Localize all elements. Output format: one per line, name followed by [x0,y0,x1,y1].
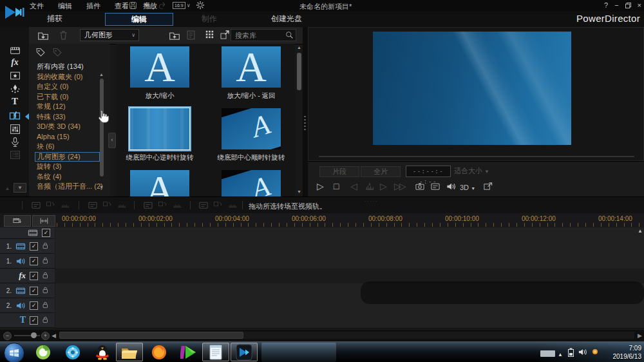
track-lock-icon[interactable] [42,301,50,310]
remove-tag-icon[interactable] [52,47,62,57]
category-item-4[interactable]: 常规 (12) [29,102,105,112]
transition-thumbnail-2[interactable] [130,108,189,149]
track-manager-button[interactable] [4,215,31,227]
notification-icon[interactable] [591,348,599,356]
stop-button[interactable]: □ [334,180,339,192]
tracks-scroll-up-icon[interactable]: ▲ [638,228,643,234]
timecode-display[interactable]: --:--:--:-- [406,166,451,177]
3d-button[interactable]: 3D ▼ [460,182,475,195]
zoom-slider-knob[interactable] [31,332,37,338]
taskbar-app-notepad[interactable] [202,343,229,361]
track-lock-icon[interactable] [42,271,50,280]
tab-edit[interactable]: 编辑 [105,13,173,26]
taskbar-app-video-player[interactable] [175,343,202,361]
close-button[interactable]: × [638,1,641,9]
fit-size-dropdown[interactable]: 适合大小 ▼ [454,166,489,176]
track-lock-icon[interactable] [42,256,50,265]
taskbar-app-file-explorer[interactable] [116,343,143,361]
redo-icon[interactable] [158,1,167,10]
undo-icon[interactable] [143,1,152,10]
snapshot-button[interactable] [415,180,425,191]
scroll-down-icon[interactable]: ▼ [297,189,301,194]
grid-view-icon[interactable] [205,30,214,39]
transition-thumbnail-0[interactable]: A [130,46,189,88]
category-item-11[interactable]: 条纹 (4) [29,172,105,182]
track-enable-checkbox[interactable]: ✓ [30,272,38,280]
scrollbar-thumb[interactable] [100,79,104,176]
track-content-6[interactable] [55,313,644,329]
tray-expand-icon[interactable]: ▲ [558,352,563,357]
grid-scrollbar[interactable]: ▲ ▼ [296,45,302,195]
undock-preview-button[interactable] [483,180,493,191]
track-lock-icon[interactable] [42,242,50,251]
scroll-left-icon[interactable]: ◀ [52,332,56,339]
transition-thumbnail-4[interactable]: A [130,170,189,196]
delete-icon[interactable] [58,30,69,41]
add-tag-icon[interactable] [35,47,46,57]
category-item-7[interactable]: Alpha (15) [29,132,105,142]
restore-button[interactable] [625,3,631,8]
category-item-9[interactable]: 几何图形 (24) [35,152,100,162]
taskbar-app-media-player[interactable] [59,343,86,361]
category-item-12[interactable]: 音频（适用于音... (2) [29,182,105,192]
menu-item-3[interactable]: 查看 [115,1,129,11]
track-enable-checkbox[interactable]: ✓ [30,287,38,295]
track-content-0[interactable] [55,227,644,240]
track-content-1[interactable] [55,239,644,254]
transition-tool-group-3[interactable] [143,200,183,210]
movie-mode-button[interactable]: 全片 [361,166,401,177]
sidebar-media-room-icon[interactable] [8,44,21,55]
taskbar-app-firefox[interactable] [146,343,173,361]
play-button[interactable]: ▷ [317,180,324,192]
mute-button[interactable] [446,180,457,191]
hscroll-track[interactable] [59,332,634,339]
taskbar-app-powerdirector[interactable] [231,343,258,361]
fit-timeline-button[interactable] [32,215,55,227]
tab-create-disc[interactable]: 创建光盘 [254,13,319,24]
transition-thumbnail-3[interactable]: A [222,108,281,149]
vertical-splitter[interactable] [303,27,308,196]
room-scroll-down-button[interactable]: ▼ [14,183,26,193]
menu-item-2[interactable]: 插件 [86,1,100,11]
menu-item-0[interactable]: 文件 [30,1,44,11]
taskbar-app-qq[interactable] [89,343,116,361]
scroll-down-icon[interactable]: ▼ [99,185,104,189]
scrollbar-thumb[interactable] [297,53,301,90]
search-icon[interactable] [285,31,294,39]
transition-thumbnail-1[interactable]: A [222,46,281,88]
taskbar-app-browser-360[interactable] [30,343,57,361]
preview-video-frame[interactable] [373,32,571,145]
category-item-2[interactable]: 自定义 (0) [29,82,105,92]
sidebar-particle-room-icon[interactable] [8,82,21,94]
track-content-2[interactable] [55,254,644,269]
track-lock-icon[interactable] [42,316,50,325]
start-button[interactable] [4,343,24,362]
preview-quality-button[interactable] [430,180,440,191]
new-folder-icon[interactable] [169,30,180,41]
category-item-10[interactable]: 旋转 (3) [29,162,105,172]
fast-forward-button[interactable]: ▷▷ [394,180,404,192]
category-item-6[interactable]: 3D/类 3D (34) [29,122,105,132]
taskbar-clock[interactable]: 7:09 2019/6/13 [613,344,642,361]
settings-gear-icon[interactable] [196,1,205,10]
volume-tray-icon[interactable] [578,348,587,356]
menu-item-1[interactable]: 编辑 [58,1,72,11]
room-scroll-up-button[interactable]: ▲ [3,184,12,193]
category-item-3[interactable]: 已下载 (0) [29,92,105,102]
sidebar-voiceover-room-icon[interactable] [8,136,21,148]
category-filter-dropdown[interactable]: 几何图形 ∨ [80,29,139,41]
transition-tool-group-1[interactable] [31,200,71,210]
aspect-ratio-dropdown[interactable]: 16:9 ∨ [173,2,190,9]
search-input[interactable] [234,30,285,41]
transition-tool-group-4[interactable] [198,200,238,210]
sidebar-audio-mixing-room-icon[interactable] [8,123,21,135]
import-media-icon[interactable] [37,30,49,41]
collapse-categories-button[interactable]: ‹ [108,133,116,148]
battery-icon[interactable] [567,348,574,357]
track-enable-checkbox[interactable]: ✓ [30,301,38,310]
track-enable-checkbox[interactable]: ✓ [30,316,38,325]
tab-produce[interactable]: 制作 [177,13,242,24]
clip-mode-button[interactable]: 片段 [319,166,359,177]
minimize-button[interactable]: − [614,1,618,9]
sidebar-chapter-room-icon[interactable] [8,149,21,160]
